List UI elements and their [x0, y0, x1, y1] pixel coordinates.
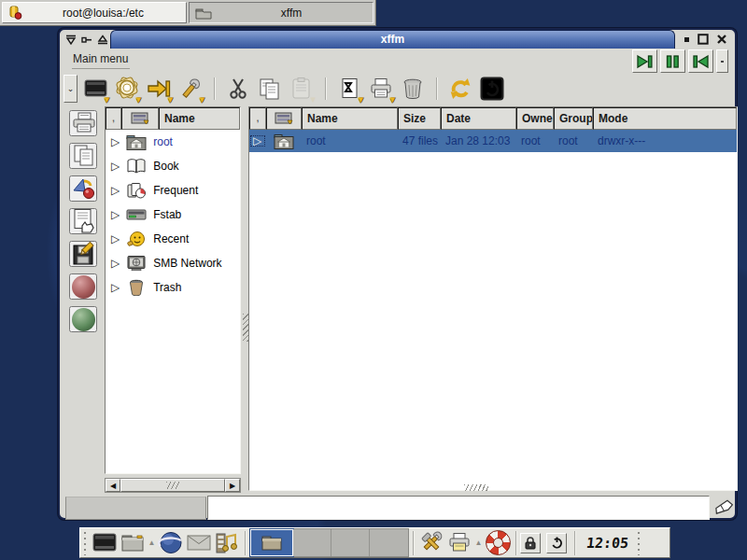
taskbar-button-xffm[interactable]: xffm	[189, 2, 374, 23]
expander-icon[interactable]: ▷	[111, 257, 120, 270]
skip-back-button[interactable]	[688, 49, 713, 73]
panel-terminal-button[interactable]	[91, 529, 119, 557]
jobs-button[interactable]: ▾	[335, 75, 363, 103]
scroll-right-arrow[interactable]: ▶	[225, 479, 240, 492]
scroll-left-arrow[interactable]: ◀	[106, 479, 120, 492]
sidebar-print-button[interactable]	[69, 110, 97, 136]
tree-icon-column-button[interactable]	[121, 107, 159, 130]
pager-desktop-3[interactable]	[331, 529, 370, 556]
sidebar-copy-button[interactable]	[69, 143, 97, 169]
tree-name-header[interactable]: Name	[159, 107, 240, 130]
window-shade-icon[interactable]	[97, 35, 108, 45]
expander-icon[interactable]: ▷	[111, 232, 120, 245]
column-header-owner[interactable]: Owner	[516, 107, 554, 130]
tree-item-label: Frequent	[153, 184, 198, 197]
panel-file-manager-button[interactable]	[119, 529, 147, 557]
pager-desktop-2[interactable]	[293, 529, 331, 556]
skip-forward-button[interactable]	[632, 49, 657, 73]
settings-button[interactable]: ▾	[113, 75, 141, 103]
pager-desktop-1-active[interactable]	[250, 529, 293, 556]
tools-button[interactable]: ▾	[176, 75, 204, 103]
panel-popup-arrow[interactable]: ▲	[473, 529, 484, 557]
scrollbar-thumb[interactable]	[120, 479, 225, 492]
panel-settings-button[interactable]	[417, 529, 445, 557]
column-header-date[interactable]: Date	[441, 107, 516, 130]
window-title[interactable]: xffm	[110, 30, 675, 49]
refresh-icon	[448, 77, 472, 100]
save-edit-icon	[71, 241, 95, 267]
panel-popup-arrow[interactable]: ▲	[147, 529, 157, 557]
taskbar-button-terminal[interactable]: root@louisa:/etc	[2, 2, 187, 23]
nav-more-button[interactable]	[716, 49, 728, 73]
tree-item-recent[interactable]: ▷ Recent	[106, 227, 240, 251]
tree-item-fstab[interactable]: ▷ Fstab	[106, 203, 240, 227]
new-terminal-button[interactable]: ▾	[81, 75, 109, 103]
maximize-icon[interactable]	[698, 34, 709, 45]
network-monitor-icon	[126, 255, 147, 272]
main-menu[interactable]: Main menu	[72, 52, 130, 69]
sidebar-select-button[interactable]	[69, 208, 97, 234]
trash-button[interactable]	[399, 75, 427, 103]
pager-desktop-4[interactable]	[370, 529, 408, 556]
sidebar-save-button[interactable]	[69, 241, 97, 267]
clear-entry-button[interactable]	[713, 497, 736, 520]
copy-button[interactable]	[256, 75, 284, 103]
print-button[interactable]: ▾	[367, 75, 395, 103]
tree-item-frequent[interactable]: ▷ Frequent	[106, 178, 240, 203]
file-corner-button[interactable]: ,	[249, 107, 266, 130]
cell-name: root	[302, 134, 398, 147]
expander-icon[interactable]: ▷	[111, 184, 120, 197]
paste-button[interactable]: ▾	[288, 75, 316, 103]
tree-item-trash[interactable]: ▷ Trash	[106, 275, 240, 300]
panel-browser-button[interactable]	[157, 529, 185, 557]
panel-help-button[interactable]	[484, 529, 512, 557]
pause-button[interactable]	[660, 49, 685, 73]
tree-item-smb-network[interactable]: ▷ SMB Network	[106, 251, 240, 275]
status-splitter-grip[interactable]	[464, 484, 488, 491]
panel-power-button[interactable]	[546, 533, 567, 553]
exit-button[interactable]	[478, 75, 506, 103]
file-icon-column-button[interactable]	[266, 107, 302, 130]
panel-handle-left[interactable]	[82, 530, 89, 555]
panel-mail-button[interactable]	[185, 529, 213, 557]
window-sticky-pin-icon[interactable]	[81, 35, 92, 45]
file-row-root-selected[interactable]: ▷ root 47 files Jan 28 12:03 root root d…	[249, 130, 737, 152]
panel-media-button[interactable]	[213, 529, 241, 557]
lock-icon	[524, 536, 537, 550]
window-menu-icon[interactable]	[65, 35, 77, 45]
sidebar-red-sphere-button[interactable]	[69, 273, 97, 300]
expander-icon[interactable]: ▷	[111, 135, 120, 148]
expander-icon[interactable]: ▷	[111, 281, 120, 294]
tree-item-root[interactable]: ▷ root	[106, 130, 240, 154]
life-ring-icon	[486, 530, 511, 555]
tree-horizontal-scrollbar[interactable]: ◀ ▶	[105, 478, 241, 493]
file-header: , Name Size Date Owner Group Mode	[249, 107, 737, 130]
column-header-mode[interactable]: Mode	[593, 107, 737, 130]
tree-item-label: Fstab	[153, 208, 181, 221]
panel-print-button[interactable]	[445, 529, 473, 557]
column-header-group[interactable]: Group	[554, 107, 593, 130]
toolbar-separator	[214, 77, 215, 100]
expander-icon[interactable]: ▷	[111, 208, 120, 221]
go-to-button[interactable]: ▾	[145, 75, 173, 103]
sidebar-diff-button[interactable]	[69, 175, 97, 202]
minimize-icon[interactable]	[684, 36, 690, 43]
sidebar-green-sphere-button[interactable]	[69, 306, 97, 332]
close-icon[interactable]	[716, 34, 727, 45]
tree-corner-button[interactable]: ,	[106, 107, 121, 130]
refresh-button[interactable]	[446, 75, 474, 103]
tree-item-label: root	[153, 135, 173, 148]
command-entry[interactable]	[207, 496, 710, 520]
panel-lock-button[interactable]	[520, 533, 541, 553]
column-header-name[interactable]: Name	[302, 107, 398, 130]
skip-forward-icon	[636, 54, 654, 69]
row-icon-cell	[266, 133, 302, 149]
panel-handle-right[interactable]	[636, 530, 642, 555]
column-header-size[interactable]: Size	[398, 107, 441, 130]
expander-icon[interactable]: ▷	[111, 160, 120, 173]
expander-icon[interactable]: ▷	[253, 134, 261, 147]
cut-button[interactable]	[224, 75, 252, 103]
tree-item-book[interactable]: ▷ Book	[106, 154, 240, 178]
toolbar-collapse-button[interactable]: ⌄	[63, 75, 78, 103]
titlebar[interactable]: xffm	[60, 30, 735, 49]
